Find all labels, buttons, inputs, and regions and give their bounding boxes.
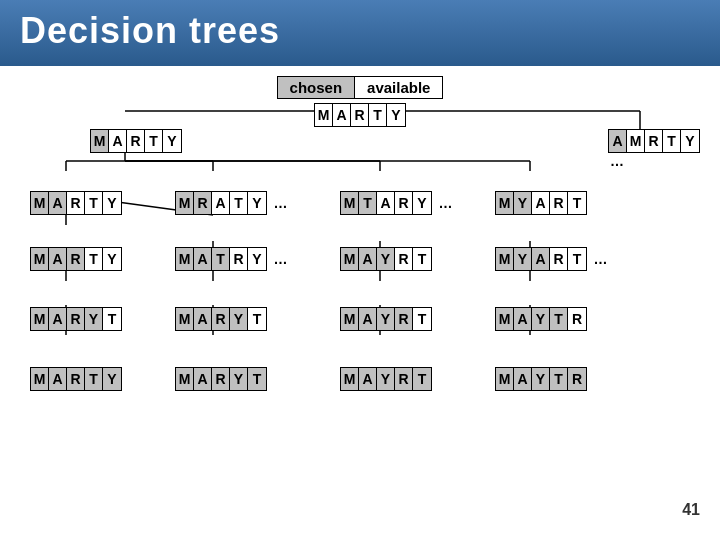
tree-wrapper: M A R T Y M A R T Y A M R [20, 103, 700, 519]
page-title: Decision trees [20, 10, 280, 51]
node-top-right: A M R T Y … [608, 129, 700, 169]
node-r1-n3: M T A R Y … [340, 191, 452, 215]
node-r4-n1: M A R T Y [30, 367, 122, 391]
node-r3-n2: M A R Y T [175, 307, 267, 331]
node-row0-marty: M A R T Y [90, 129, 182, 153]
chosen-cell: chosen [278, 77, 356, 98]
node-r3-n1: M A R Y T [30, 307, 122, 331]
top-table: chosen available [20, 76, 700, 99]
node-r4-n2: M A R Y T [175, 367, 267, 391]
header: Decision trees [0, 0, 720, 66]
node-r2-n4: M Y A R T … [495, 247, 607, 271]
cell-m: M [315, 104, 333, 126]
node-r3-n4: M A Y T R [495, 307, 587, 331]
available-cell: available [355, 77, 442, 98]
node-r1-n4: M Y A R T [495, 191, 587, 215]
node-r2-n3: M A Y R T [340, 247, 432, 271]
cell-a: A [333, 104, 351, 126]
node-r2-n2: M A T R Y … [175, 247, 287, 271]
dots-top-right: … [610, 153, 624, 169]
marty-available: M A R T Y [314, 103, 406, 127]
node-r1-n1: M A R T Y [30, 191, 122, 215]
node-r4-n3: M A Y R T [340, 367, 432, 391]
cell-t: T [369, 104, 387, 126]
main-content: chosen available [0, 66, 720, 525]
cell-r: R [351, 104, 369, 126]
node-r1-n2: M R A T Y … [175, 191, 287, 215]
cell-y: Y [387, 104, 405, 126]
node-r4-n4: M A Y T R [495, 367, 587, 391]
node-r3-n3: M A Y R T [340, 307, 432, 331]
node-r2-n1: M A R T Y [30, 247, 122, 271]
